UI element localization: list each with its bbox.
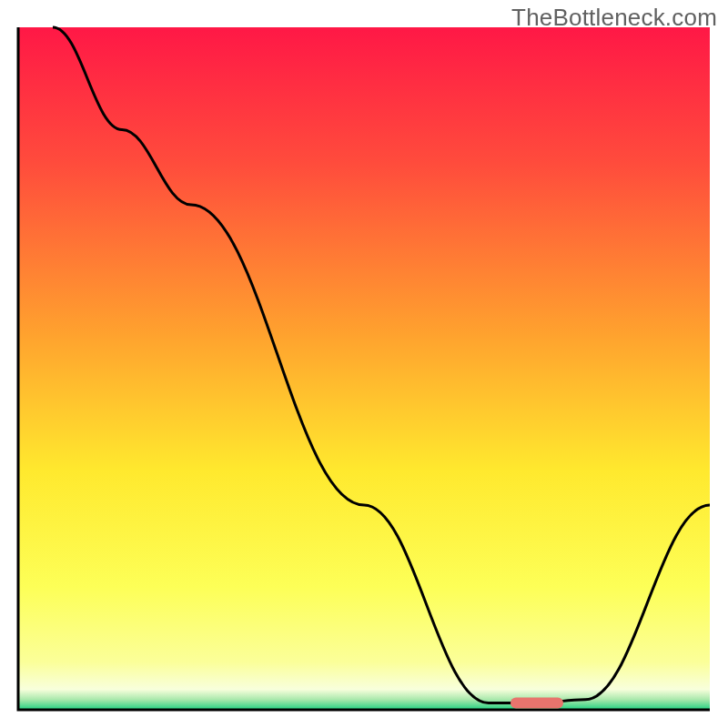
watermark: TheBottleneck.com (511, 4, 717, 32)
optimal-marker (511, 698, 563, 709)
chart-svg (0, 0, 728, 728)
bottleneck-chart: TheBottleneck.com (0, 0, 728, 728)
